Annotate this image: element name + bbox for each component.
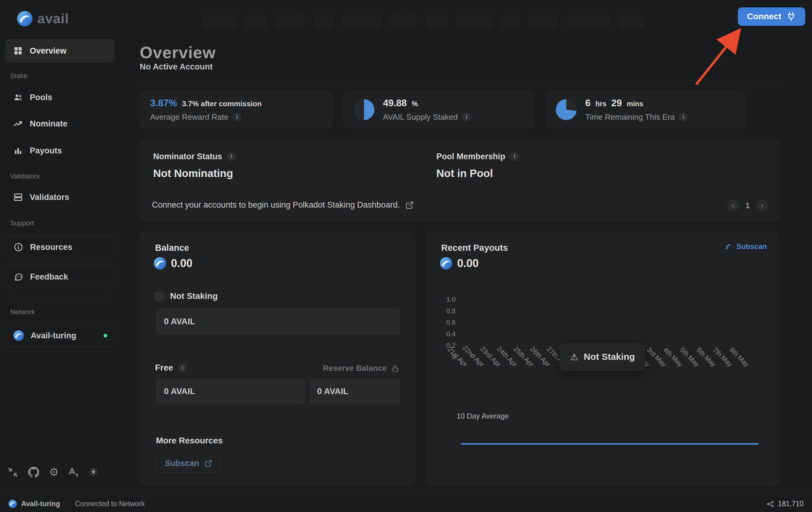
utility-toolbar: ⚙ Ax ☀ xyxy=(7,466,98,478)
language-icon-x: x xyxy=(76,471,79,478)
connect-button[interactable]: Connect xyxy=(738,7,805,26)
payouts-amount: 0.00 xyxy=(457,257,478,270)
nominator-status-label: Nominator Status xyxy=(153,152,222,161)
language-icon[interactable]: Ax xyxy=(69,466,79,478)
staking-status-card: Nominator Status i Not Nominating Pool M… xyxy=(140,140,779,221)
chart-gridline xyxy=(461,323,759,323)
reserve-balance-field: 0 AVAIL xyxy=(309,378,400,404)
subscan-link-label: Subscan xyxy=(736,242,767,251)
supply-staked-pie-icon xyxy=(354,99,374,120)
info-icon[interactable]: i xyxy=(233,113,241,122)
y-axis-tick: 1.0 xyxy=(432,296,456,303)
trending-up-icon xyxy=(13,119,23,129)
github-icon[interactable] xyxy=(28,467,39,478)
sidebar-item-network[interactable]: Avail-turing xyxy=(5,325,114,347)
sidebar-item-validators[interactable]: Validators xyxy=(5,185,114,209)
sidebar-item-feedback[interactable]: Feedback xyxy=(5,266,114,288)
avail-token-icon xyxy=(440,257,452,269)
average-line xyxy=(461,443,759,445)
connect-accounts-link[interactable]: Connect your accounts to begin using Pol… xyxy=(152,200,414,210)
sidebar-item-label: Pools xyxy=(30,93,52,102)
app-root: avail Connect Overview Stake Pools xyxy=(0,0,812,512)
era-time-label: Time Remaining This Era xyxy=(585,112,675,122)
compress-icon[interactable] xyxy=(7,467,19,478)
subscan-link[interactable]: Subscan xyxy=(725,242,767,251)
pager-next-button[interactable]: › xyxy=(757,200,768,211)
pager-page-number: 1 xyxy=(746,201,750,210)
sidebar-section-stake: Stake xyxy=(10,72,27,80)
connection-status: Connected to Network xyxy=(75,500,145,508)
stat-card-supply-staked: 49.88 % AVAIL Supply Staked i xyxy=(343,91,535,128)
more-resources-label: More Resources xyxy=(156,436,223,446)
active-account-status: No Active Account xyxy=(140,62,213,72)
average-chart-gridline xyxy=(457,430,759,430)
sidebar-item-overview[interactable]: Overview xyxy=(5,39,114,63)
chart-gridline xyxy=(461,311,759,311)
sidebar-section-network: Network xyxy=(10,308,35,316)
header-divider xyxy=(140,80,779,81)
sidebar-item-resources[interactable]: Resources xyxy=(5,236,114,258)
theme-sun-icon[interactable]: ☀ xyxy=(89,467,98,478)
gear-icon[interactable]: ⚙ xyxy=(49,467,59,478)
pager-prev-button[interactable]: ‹ xyxy=(727,200,739,211)
subscan-button[interactable]: Subscan xyxy=(156,454,221,473)
external-link-icon xyxy=(204,459,212,467)
avail-network-icon xyxy=(13,330,24,341)
avail-network-icon xyxy=(8,500,17,508)
network-online-dot xyxy=(104,334,107,337)
pool-membership-label: Pool Membership xyxy=(436,152,505,161)
sidebar-section-validators: Validators xyxy=(10,172,39,180)
sidebar-item-label: Nominate xyxy=(30,119,67,129)
balance-amount: 0.00 xyxy=(171,257,193,270)
block-number-icon xyxy=(766,500,774,508)
info-icon[interactable]: i xyxy=(679,113,688,122)
reserve-lock-icon[interactable] xyxy=(391,364,400,373)
status-card-divider xyxy=(147,192,772,192)
chart-gridline xyxy=(461,334,759,334)
network-name: Avail-turing xyxy=(31,331,76,340)
y-axis-tick: 0.8 xyxy=(432,307,456,315)
info-icon[interactable]: i xyxy=(227,152,236,161)
supply-staked-value: 49.88 xyxy=(383,98,407,109)
footer-network-name: Avail-turing xyxy=(21,500,60,508)
info-icon[interactable]: i xyxy=(510,152,519,161)
info-icon[interactable]: i xyxy=(178,363,187,372)
recent-payouts-card: Subscan Recent Payouts 0.00 1.0 0.8 0.6 … xyxy=(426,231,779,487)
info-icon[interactable]: i xyxy=(462,113,471,122)
sidebar-section-support: Support xyxy=(10,219,34,227)
era-remaining-pie-icon xyxy=(556,99,577,120)
connect-accounts-text: Connect your accounts to begin using Pol… xyxy=(152,200,400,210)
sidebar-item-label: Feedback xyxy=(30,272,68,282)
staked-balance-value: 0 AVAIL xyxy=(164,317,195,326)
connect-button-label: Connect xyxy=(747,12,781,22)
sidebar-item-pools[interactable]: Pools xyxy=(5,85,114,109)
staking-status-checkbox[interactable] xyxy=(155,292,164,301)
status-pager: ‹ 1 › xyxy=(727,200,768,211)
page-title: Overview xyxy=(140,43,216,62)
reward-rate-label: Average Reward Rate xyxy=(150,112,228,122)
not-staking-badge: ⚠ Not Staking xyxy=(559,343,645,371)
server-icon xyxy=(13,192,23,202)
sidebar-item-nominate[interactable]: Nominate xyxy=(5,112,114,135)
warning-icon: ⚠ xyxy=(570,352,578,362)
header-skeleton xyxy=(202,15,643,29)
block-height: 181,710 xyxy=(778,500,804,508)
y-axis-tick: 0.6 xyxy=(432,319,456,326)
footer-separator xyxy=(67,500,68,508)
pool-membership-value: Not in Pool xyxy=(436,167,493,179)
free-label: Free xyxy=(155,363,173,373)
free-balance-value: 0 AVAIL xyxy=(164,387,195,396)
ten-day-average-label: 10 Day Average xyxy=(457,412,509,420)
status-bar: Avail-turing Connected to Network 181,71… xyxy=(0,495,812,512)
subscan-button-label: Subscan xyxy=(165,459,200,468)
info-circle-icon xyxy=(13,242,23,252)
subscan-icon xyxy=(725,243,733,250)
not-staking-badge-label: Not Staking xyxy=(584,352,635,362)
supply-staked-unit: % xyxy=(412,100,418,108)
sidebar-item-label: Overview xyxy=(30,46,66,56)
nominator-status-value: Not Nominating xyxy=(153,167,233,179)
status-card-vertical-divider xyxy=(425,150,425,184)
recent-payouts-title: Recent Payouts xyxy=(441,243,508,253)
era-minutes-value: 29 xyxy=(611,98,622,109)
sidebar-item-payouts[interactable]: Payouts xyxy=(5,139,114,162)
